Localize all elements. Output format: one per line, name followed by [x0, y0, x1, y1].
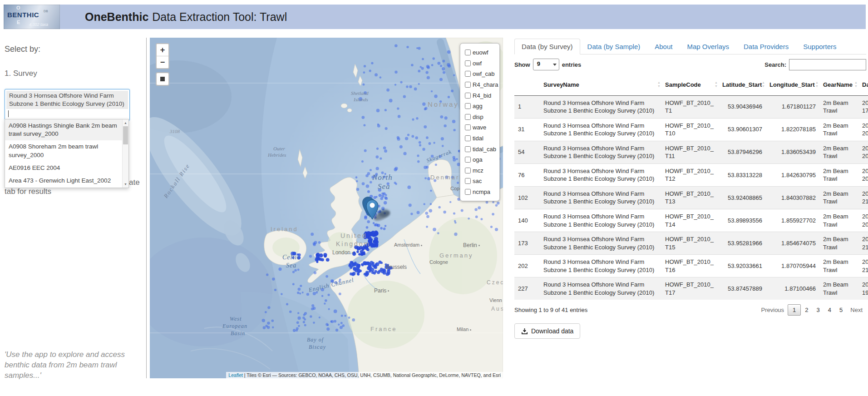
layer-checkbox-tidal-cab[interactable]: [465, 146, 471, 152]
tab-data-providers[interactable]: Data Providers: [736, 39, 796, 54]
layer-checkbox-tidal[interactable]: [465, 135, 471, 141]
column-header-longitude-start[interactable]: Longitude_Start▲▼: [766, 74, 819, 95]
layer-row-owf-cab[interactable]: owf_cab: [465, 69, 495, 79]
select-by-heading: Select by:: [5, 45, 40, 54]
cell: 2m Beam Trawl: [819, 118, 858, 141]
layer-row-sac[interactable]: sac: [465, 176, 495, 187]
layer-row-disp[interactable]: disp: [465, 112, 495, 123]
column-header-samplecode[interactable]: SampleCode▲▼: [661, 74, 719, 95]
pagination-page-1[interactable]: 1: [788, 304, 801, 316]
survey-select-input[interactable]: Round 3 Hornsea Offshore Wind Farm Subzo…: [5, 89, 130, 121]
sort-icon[interactable]: ▲▼: [715, 81, 718, 88]
table-row[interactable]: 202Round 3 Hornsea Offshore Wind Farm Su…: [514, 255, 868, 277]
column-header-latitude-start[interactable]: Latitude_Start▲▼: [719, 74, 766, 95]
layer-row-r4-bid[interactable]: R4_bid: [465, 90, 495, 101]
logo-taxa-count: 4,302 taxa: [29, 22, 48, 27]
sort-icon[interactable]: ▲▼: [854, 81, 858, 88]
layer-row-agg[interactable]: agg: [465, 101, 495, 112]
cell: 2m Beam Trawl: [819, 255, 858, 277]
survey-dropdown[interactable]: A0908 Hastings Shingle Bank 2m beam traw…: [5, 119, 129, 188]
layer-row-wave[interactable]: wave: [465, 122, 495, 133]
layer-checkbox-sac[interactable]: [465, 178, 471, 184]
tab-map-overlays[interactable]: Map Overlays: [680, 39, 736, 54]
cell: 53.89893556: [719, 209, 766, 232]
layer-checkbox-ncmpa[interactable]: [465, 189, 471, 195]
column-header-surveyname[interactable]: SurveyName▲▼: [540, 74, 661, 95]
layer-row-owf[interactable]: owf: [465, 58, 495, 69]
table-row[interactable]: 31Round 3 Hornsea Offshore Wind Farm Sub…: [514, 118, 868, 141]
dropdown-scrollbar[interactable]: ▲ ▼: [122, 119, 128, 188]
dropdown-option[interactable]: Area 473 - Grenwich Light East_2002: [5, 174, 122, 187]
table-summary: Showing 1 to 9 of 41 entries: [514, 307, 587, 313]
zoom-in-button[interactable]: +: [157, 44, 168, 56]
pagination-page-2[interactable]: 2: [801, 304, 812, 316]
tab-about[interactable]: About: [647, 39, 680, 54]
dropdown-option[interactable]: AE0916 EEC 2004: [5, 162, 122, 174]
layer-label: wave: [473, 124, 486, 131]
entries-select[interactable]: 9: [533, 59, 559, 70]
scroll-up-icon[interactable]: ▲: [123, 120, 128, 126]
layer-row-euowf[interactable]: euowf: [465, 47, 495, 58]
sort-icon[interactable]: ▲▼: [815, 81, 819, 88]
table-row[interactable]: 76Round 3 Hornsea Offshore Wind Farm Sub…: [514, 163, 868, 186]
selected-survey-token[interactable]: Round 3 Hornsea Offshore Wind Farm Subzo…: [6, 91, 128, 109]
layer-checkbox-euowf[interactable]: [465, 50, 471, 55]
download-icon: [521, 328, 528, 335]
map-canvas[interactable]: ShetlandIslandsNorway3108Rockall RiseOut…: [150, 38, 503, 378]
layer-checkbox-owf-cab[interactable]: [465, 71, 471, 77]
scrollbar-thumb[interactable]: [123, 126, 128, 144]
pagination-previous[interactable]: Previous: [758, 304, 788, 316]
tab-supporters[interactable]: Supporters: [796, 39, 843, 54]
layer-row-r4-chara[interactable]: R4_chara: [465, 79, 495, 90]
dropdown-option[interactable]: A0908 Hastings Shingle Bank 2m beam traw…: [5, 119, 122, 140]
layer-row-mcz[interactable]: mcz: [465, 165, 495, 176]
layer-row-tidal-cab[interactable]: tidal_cab: [465, 144, 495, 154]
cell: 31: [514, 118, 540, 141]
sort-icon[interactable]: ▲▼: [762, 81, 765, 88]
layer-row-oga[interactable]: oga: [465, 154, 495, 165]
cell: 2m Beam Trawl: [819, 209, 858, 232]
dropdown-option[interactable]: Areas 458 & 464 West Bassurelle_2002: [5, 187, 122, 188]
cell: 227: [514, 277, 540, 300]
leaflet-link[interactable]: Leaflet: [228, 372, 243, 378]
layer-checkbox-mcz[interactable]: [465, 168, 471, 173]
layer-row-tidal[interactable]: tidal: [465, 133, 495, 144]
tab-data-by-survey[interactable]: Data (by Survey): [514, 39, 580, 54]
layer-checkbox-r4-chara[interactable]: [465, 82, 471, 88]
layer-checkbox-agg[interactable]: [465, 103, 471, 109]
sort-icon[interactable]: ▲▼: [657, 81, 661, 88]
tab-data-by-sample[interactable]: Data (by Sample): [580, 39, 648, 54]
column-header-date[interactable]: Date▲▼: [858, 74, 868, 95]
zoom-out-button[interactable]: −: [157, 56, 168, 68]
layer-checkbox-r4-bid[interactable]: [465, 93, 471, 99]
download-data-button[interactable]: Download data: [514, 323, 580, 339]
layer-label: oga: [473, 156, 483, 163]
table-row[interactable]: 1Round 3 Hornsea Offshore Wind Farm Subz…: [514, 95, 868, 118]
table-row[interactable]: 140Round 3 Hornsea Offshore Wind Farm Su…: [514, 209, 868, 232]
scroll-down-icon[interactable]: ▼: [123, 181, 128, 187]
table-row[interactable]: 173Round 3 Hornsea Offshore Wind Farm Su…: [514, 232, 868, 255]
pagination-next[interactable]: Next: [847, 304, 866, 316]
cell: 2019-07-20: [858, 141, 868, 163]
pagination-page-3[interactable]: 3: [813, 304, 824, 316]
dropdown-option[interactable]: A0908 Shoreham 2m beam trawl survey_2000: [5, 140, 122, 161]
layer-checkbox-wave[interactable]: [465, 124, 471, 130]
rectangle-icon: [160, 77, 165, 81]
pagination-page-5[interactable]: 5: [835, 304, 847, 316]
cell: 1.855927702: [766, 209, 819, 232]
draw-rectangle-button[interactable]: [156, 72, 169, 86]
table-row[interactable]: 102Round 3 Hornsea Offshore Wind Farm Su…: [514, 186, 868, 209]
column-header-gearname[interactable]: GearName▲▼: [819, 74, 858, 95]
cell: 2022-07-21: [858, 186, 868, 209]
pagination-page-4[interactable]: 4: [824, 304, 835, 316]
table-row[interactable]: 54Round 3 Hornsea Offshore Wind Farm Sub…: [514, 141, 868, 163]
table-row[interactable]: 227Round 3 Hornsea Offshore Wind Farm Su…: [514, 277, 868, 300]
layer-row-ncmpa[interactable]: ncmpa: [465, 187, 495, 198]
layer-checkbox-owf[interactable]: [465, 60, 471, 66]
cell: HOWF_​BT_​2010_​T17: [661, 277, 719, 300]
search-input[interactable]: [789, 59, 866, 70]
onebenthic-logo: O BENTHIC DB E 4,302 taxa: [4, 5, 60, 29]
layer-checkbox-disp[interactable]: [465, 114, 471, 120]
cell: HOWF_​BT_​2010_​T10: [661, 118, 719, 141]
layer-checkbox-oga[interactable]: [465, 157, 471, 163]
